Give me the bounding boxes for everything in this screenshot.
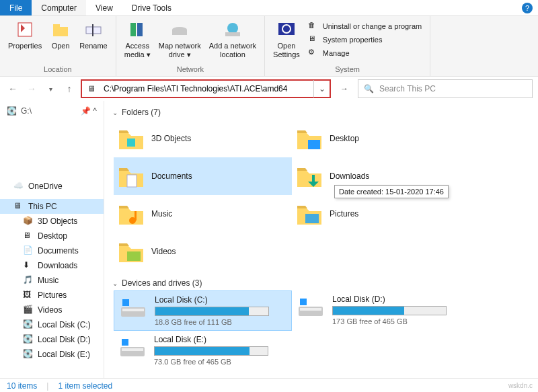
svg-point-8 xyxy=(172,27,187,32)
folder-icon xyxy=(116,238,146,265)
ribbon-group-system: Open Settings 🗑Uninstall or change a pro… xyxy=(265,16,430,76)
item-icon: 🎬 xyxy=(23,305,34,315)
tab-drive-tools[interactable]: Drive Tools xyxy=(122,0,181,15)
drive-item[interactable]: Local Disk (E:)73.0 GB free of 465 GB xyxy=(114,331,292,370)
watermark: wskdn.c xyxy=(508,382,533,389)
drive-icon xyxy=(296,295,325,321)
sidebar-onedrive[interactable]: ☁️OneDrive xyxy=(0,179,104,194)
item-icon: 📦 xyxy=(23,216,34,227)
back-button[interactable]: ← xyxy=(5,81,20,96)
drive-item[interactable]: Local Disk (D:)173 GB free of 465 GB xyxy=(292,290,470,331)
help-icon[interactable]: ? xyxy=(522,3,533,13)
tab-file[interactable]: File xyxy=(0,0,32,15)
item-icon: 🎵 xyxy=(23,275,34,286)
folder-item[interactable]: Documents xyxy=(114,157,292,195)
drives-header[interactable]: ⌄Devices and drives (3) xyxy=(107,276,538,290)
ribbon: Properties Open Rename Location Access m… xyxy=(0,16,538,77)
folders-header[interactable]: ⌄Folders (7) xyxy=(107,105,538,120)
address-dropdown[interactable]: ⌄ xyxy=(313,80,330,97)
folder-icon xyxy=(295,125,324,152)
folder-item[interactable]: Videos xyxy=(114,233,292,270)
search-box[interactable]: 🔍 Search This PC xyxy=(358,79,533,98)
drive-icon xyxy=(118,335,147,362)
chevron-down-icon: ⌄ xyxy=(112,280,118,287)
drive-label: Local Disk (C:) xyxy=(155,295,287,305)
folder-item[interactable]: 3D Objects xyxy=(114,120,292,157)
open-icon xyxy=(50,19,71,40)
system-properties-button[interactable]: 🖥System properties xyxy=(307,34,423,46)
folder-icon xyxy=(295,163,324,190)
drives-grid: Local Disk (C:)18.8 GB free of 111 GBLoc… xyxy=(107,290,538,370)
drive-label: Local Disk (E:) xyxy=(154,335,288,344)
pc-icon: 🖥 xyxy=(83,81,100,97)
map-drive-icon xyxy=(169,19,190,40)
folder-icon xyxy=(116,200,146,227)
rename-button[interactable]: Rename xyxy=(75,17,112,52)
add-location-button[interactable]: Add a network location xyxy=(205,17,260,61)
go-button[interactable]: → xyxy=(335,84,354,93)
drive-bar xyxy=(155,307,269,316)
svg-rect-2 xyxy=(53,24,60,28)
folder-item[interactable]: Pictures xyxy=(292,195,470,233)
properties-icon xyxy=(14,19,36,40)
item-icon: 💽 xyxy=(23,349,34,360)
sidebar-item[interactable]: ⬇Downloads xyxy=(0,258,104,273)
forward-button[interactable]: → xyxy=(24,81,39,96)
sidebar-item[interactable]: 📄Documents xyxy=(0,243,104,258)
status-selected: 1 item selected xyxy=(58,381,112,391)
drive-icon xyxy=(118,295,148,322)
folder-label: Videos xyxy=(151,247,176,256)
content-pane: ⌄Folders (7) 3D ObjectsDesktopDocumentsD… xyxy=(104,101,538,378)
svg-rect-28 xyxy=(122,339,128,346)
sidebar-item[interactable]: 💽Local Disk (C:) xyxy=(0,317,104,332)
folder-icon xyxy=(116,125,146,152)
access-media-button[interactable]: Access media ▾ xyxy=(120,17,155,61)
quick-access[interactable]: 💽 G:\ 📌 ^ xyxy=(0,104,104,118)
svg-point-9 xyxy=(227,23,238,34)
sidebar-item[interactable]: 📦3D Objects xyxy=(0,214,104,229)
add-location-icon xyxy=(222,19,243,40)
address-bar[interactable]: 🖥 ⌄ xyxy=(81,79,331,98)
svg-rect-27 xyxy=(122,348,143,351)
properties-label: Properties xyxy=(8,42,42,50)
uninstall-button[interactable]: 🗑Uninstall or change a program xyxy=(307,20,423,32)
sidebar-this-pc[interactable]: 🖥This PC xyxy=(0,199,104,214)
group-label-network: Network xyxy=(177,64,204,75)
sidebar-item[interactable]: 🎵Music xyxy=(0,273,104,288)
access-media-icon xyxy=(126,19,148,40)
recent-button[interactable]: ▾ xyxy=(43,81,58,96)
map-drive-button[interactable]: Map network drive ▾ xyxy=(155,17,205,61)
open-settings-button[interactable]: Open Settings xyxy=(269,17,304,61)
quick-label: G:\ xyxy=(21,106,32,116)
sidebar-item[interactable]: 💽Local Disk (E:) xyxy=(0,347,104,362)
manage-button[interactable]: ⚙Manage xyxy=(307,47,423,59)
add-location-label: Add a network location xyxy=(209,42,256,59)
sidebar-item[interactable]: 🎬Videos xyxy=(0,303,104,317)
tab-view[interactable]: View xyxy=(86,0,122,15)
sidebar-item[interactable]: 🖼Pictures xyxy=(0,288,104,303)
open-label: Open xyxy=(52,42,70,50)
sidebar-item[interactable]: 💽Local Disk (D:) xyxy=(0,332,104,347)
drive-bar xyxy=(154,346,268,356)
svg-rect-5 xyxy=(130,23,136,36)
item-icon: 💽 xyxy=(23,319,34,330)
folder-item[interactable]: Desktop xyxy=(292,120,470,157)
drive-item[interactable]: Local Disk (C:)18.8 GB free of 111 GB xyxy=(114,290,292,331)
folder-icon xyxy=(295,200,324,227)
address-input[interactable] xyxy=(101,81,313,97)
drive-label: Local Disk (D:) xyxy=(332,295,466,304)
folder-label: Documents xyxy=(151,171,192,181)
svg-rect-4 xyxy=(92,24,93,36)
manage-label: Manage xyxy=(323,49,350,57)
up-button[interactable]: ↑ xyxy=(62,81,77,96)
properties-button[interactable]: Properties xyxy=(4,17,46,52)
sidebar-item[interactable]: 🖥Desktop xyxy=(0,229,104,243)
item-icon: 💽 xyxy=(23,334,34,345)
svg-rect-19 xyxy=(127,251,141,261)
open-button[interactable]: Open xyxy=(46,17,75,52)
title-tabs: File Computer View Drive Tools ? xyxy=(0,0,538,16)
tab-computer[interactable]: Computer xyxy=(32,0,86,15)
folder-item[interactable]: Music xyxy=(114,195,292,233)
svg-rect-6 xyxy=(137,23,143,36)
search-icon: 🔍 xyxy=(364,84,374,93)
